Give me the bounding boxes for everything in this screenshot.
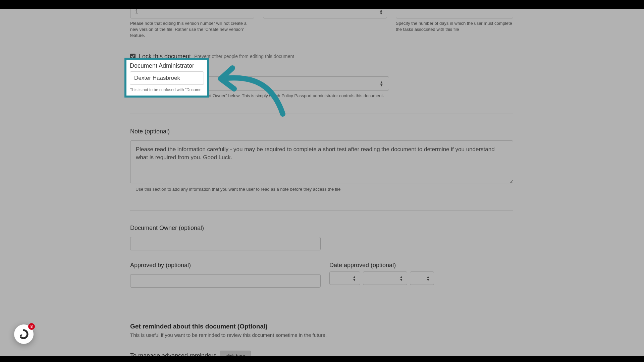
approved-by-label: Approved by (optional): [130, 262, 321, 269]
version-help: Please note that editing this version nu…: [130, 20, 254, 39]
note-help: Use this section to add any information …: [130, 187, 513, 192]
date-approved-col: Date approved (optional) ▴▾ ▴▾ ▴▾: [329, 262, 513, 288]
date-approved-label: Date approved (optional): [329, 262, 513, 269]
admin-highlight-label: Document Administrator: [130, 62, 204, 69]
days-col: Specify the number of days in which the …: [396, 5, 513, 39]
owner-section: Document Owner (optional): [130, 225, 513, 250]
divider: [130, 210, 513, 210]
chevron-updown-icon: ▴▾: [380, 80, 383, 86]
top-row: Please note that editing this version nu…: [130, 5, 513, 39]
note-label: Note (optional): [130, 128, 513, 135]
approval-row: Approved by (optional) Date approved (op…: [130, 262, 513, 288]
days-help: Specify the number of days in which the …: [396, 20, 513, 33]
chat-logo-icon: [19, 329, 29, 339]
date-approved-year-select[interactable]: [410, 272, 434, 285]
form-content: Please note that editing this version nu…: [0, 0, 644, 362]
chat-badge: 8: [28, 323, 35, 330]
letterbox-top: [0, 0, 644, 9]
chat-widget[interactable]: 8: [14, 324, 34, 344]
note-section: Note (optional) Use this section to add …: [130, 128, 513, 192]
approved-by-col: Approved by (optional): [130, 262, 321, 288]
version-col: Please note that editing this version nu…: [130, 5, 254, 39]
middle-col: ▴▾: [263, 5, 387, 39]
approved-by-input[interactable]: [130, 274, 321, 288]
divider: [130, 114, 513, 114]
owner-label: Document Owner (optional): [130, 225, 513, 232]
admin-highlight-value[interactable]: Dexter Haasbroek: [130, 71, 204, 85]
date-approved-month-select[interactable]: [363, 272, 407, 285]
letterbox-bottom: [0, 356, 644, 362]
admin-highlight-help: This is not to be confused with "Docume: [130, 87, 204, 92]
note-textarea[interactable]: [130, 140, 513, 183]
date-approved-day-select[interactable]: [329, 272, 360, 285]
divider: [130, 308, 513, 308]
reminder-heading: Get reminded about this document (Option…: [130, 323, 513, 330]
admin-highlight: Document Administrator Dexter Haasbroek …: [124, 58, 209, 98]
owner-input[interactable]: [130, 237, 321, 250]
reminder-sub: This is useful if you want to be reminde…: [130, 332, 513, 338]
